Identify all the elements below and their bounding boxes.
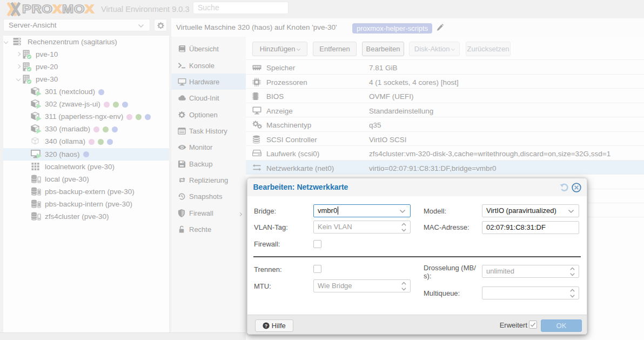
svg-text:?: ? (265, 323, 267, 329)
